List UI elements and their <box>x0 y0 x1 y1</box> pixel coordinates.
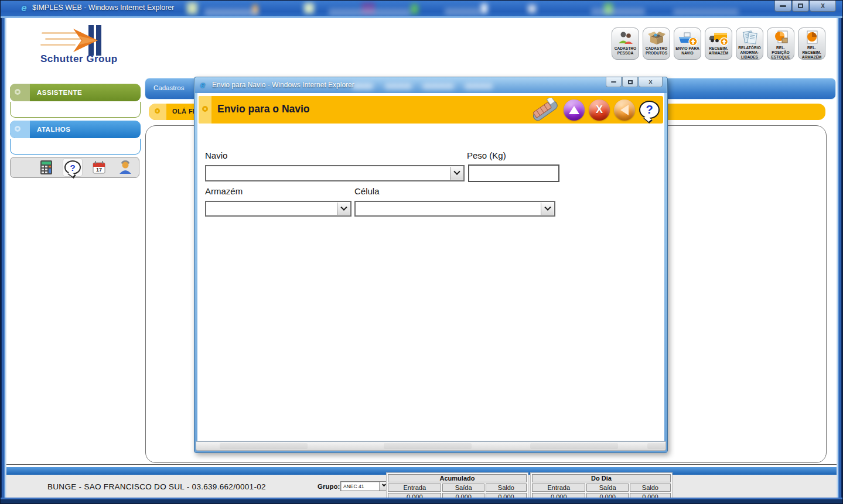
ship-icon <box>678 30 698 46</box>
minimize-icon <box>780 5 786 7</box>
assistente-body <box>10 102 141 118</box>
calculator-icon <box>40 160 53 175</box>
logo-text: Schutter Group <box>40 53 118 65</box>
footer-separator <box>6 464 837 465</box>
user-button[interactable] <box>116 159 135 176</box>
redacted-blob <box>591 8 645 15</box>
close-icon: X <box>649 79 652 85</box>
dialog-minimize-button[interactable] <box>606 77 622 87</box>
x-icon: X <box>596 104 603 116</box>
grupo-select[interactable]: ANEC 41 <box>340 481 389 491</box>
calculator-button[interactable] <box>37 159 56 176</box>
toolbar-button-rel-posicao-estoque[interactable]: REL. POSIÇÃO ESTOQUE <box>767 28 794 60</box>
menu-item-cadastros[interactable]: Cadastros <box>153 84 184 91</box>
calendar-button[interactable]: 17 <box>90 159 108 176</box>
dialog-help-button[interactable]: ? <box>639 101 660 119</box>
celula-select[interactable] <box>354 201 555 217</box>
redacted-blob <box>673 9 739 15</box>
navio-select[interactable] <box>205 165 465 181</box>
left-arrow-icon <box>620 105 629 115</box>
atalhos-label: ATALHOS <box>37 126 70 133</box>
window-border-left <box>1 16 6 503</box>
svg-text:17: 17 <box>96 167 102 173</box>
redacted-blob <box>204 9 258 16</box>
assistente-header[interactable]: ASSISTENTE <box>10 84 141 101</box>
redacted-blob <box>445 8 481 15</box>
column-header: Entrada <box>388 484 441 492</box>
window-border-right <box>837 16 842 503</box>
dialog-close-button[interactable]: X <box>639 77 663 87</box>
grupo-label: Grupo: <box>318 483 340 490</box>
minimize-button[interactable] <box>774 1 791 12</box>
dialog-maximize-button[interactable] <box>622 77 638 87</box>
close-button[interactable]: X <box>810 1 836 12</box>
dropdown-arrow-icon[interactable] <box>541 203 554 215</box>
celula-label: Célula <box>354 186 380 196</box>
people-icon <box>617 30 634 46</box>
truck-icon <box>709 30 729 46</box>
internet-explorer-icon: e <box>18 2 30 14</box>
window-title: $IMPLES WEB - Windows Internet Explorer <box>32 4 174 12</box>
redacted-blob <box>329 9 411 16</box>
armazem-select[interactable] <box>205 201 351 217</box>
internet-explorer-icon: e <box>200 80 210 90</box>
dialog-header-bar: Envio para o Navio X <box>199 96 663 124</box>
redacted-blob <box>187 2 197 14</box>
toolbar-button-rel-recebim-armazem[interactable]: REL. RECEBIM. ARMAZÉM <box>798 28 825 60</box>
redacted-blob <box>481 4 487 13</box>
bullet-icon <box>15 126 21 132</box>
table-title: Acumulado <box>388 474 527 482</box>
column-header: Entrada <box>532 484 585 492</box>
redacted-blob <box>411 4 418 14</box>
back-button[interactable] <box>614 100 635 121</box>
envio-para-navio-dialog: e Envio para Navio - Windows Internet Ex… <box>194 77 668 453</box>
dialog-title: Envio para Navio - Windows Internet Expl… <box>212 81 354 89</box>
submit-up-button[interactable] <box>564 100 585 121</box>
column-header: Saldo <box>630 484 671 492</box>
help-button[interactable]: ? <box>63 159 82 176</box>
toolbar-button-cadastro-produtos[interactable]: CADASTRO PRODUTOS <box>643 28 670 60</box>
redacted-menu-item <box>385 83 412 90</box>
maximize-button[interactable] <box>792 1 809 12</box>
up-arrow-icon <box>569 106 579 114</box>
atalhos-header[interactable]: ATALHOS <box>10 121 141 138</box>
sidebar-panel-atalhos: ATALHOS <box>10 121 141 155</box>
column-header: Saldo <box>486 484 527 492</box>
sidebar-panel-assistente: ASSISTENTE <box>10 84 141 118</box>
pie-report-icon <box>803 30 821 46</box>
redacted-blob <box>528 5 536 13</box>
help-icon: ? <box>64 160 81 174</box>
dialog-status-bar <box>196 441 666 451</box>
toolbar-button-envio-para-navio[interactable]: ENVIO PARA NAVIO <box>674 28 701 60</box>
grupo-select-value: ANEC 41 <box>343 484 364 489</box>
window-border-bottom <box>1 498 842 503</box>
documents-icon <box>741 30 759 46</box>
toolbar-button-cadastro-pessoa[interactable]: CADASTRO PESSOA <box>612 28 639 60</box>
navio-label: Navio <box>205 150 227 160</box>
close-icon: X <box>821 3 825 9</box>
bullet-icon <box>155 108 160 114</box>
redacted-menu-item <box>422 83 454 90</box>
dialog-header-title: Envio para o Navio <box>217 103 310 115</box>
peso-input[interactable] <box>468 164 559 182</box>
dialog-window-controls: X <box>605 77 663 87</box>
maximize-icon <box>628 80 633 84</box>
products-box-icon <box>648 30 665 46</box>
cancel-button[interactable]: X <box>589 100 610 121</box>
logo-arrow-icon <box>70 28 100 54</box>
toolbar-button-recebim-armazem[interactable]: RECEBIM. ARMAZÉM <box>705 28 732 60</box>
schutter-group-logo: Schutter Group <box>39 24 139 66</box>
bullet-icon <box>202 106 208 112</box>
redacted-blob <box>304 3 314 13</box>
main-toolbar: CADASTRO PESSOA CADASTRO PRODUTOS <box>612 28 825 60</box>
question-icon: ? <box>646 103 653 116</box>
sidebar-icon-tray: ? 17 <box>10 157 139 178</box>
dropdown-arrow-icon[interactable] <box>450 167 463 180</box>
table-title: Do Dia <box>532 474 671 482</box>
toolbar-button-relatorio-anormalidades[interactable]: RELATÓRIO ANORMA- LIDADES <box>736 28 763 60</box>
window-controls: X <box>774 1 836 12</box>
dropdown-arrow-icon[interactable] <box>337 203 350 215</box>
armazem-label: Armazém <box>205 186 243 196</box>
peso-label: Peso (Kg) <box>467 150 506 160</box>
bullet-icon <box>15 89 21 95</box>
